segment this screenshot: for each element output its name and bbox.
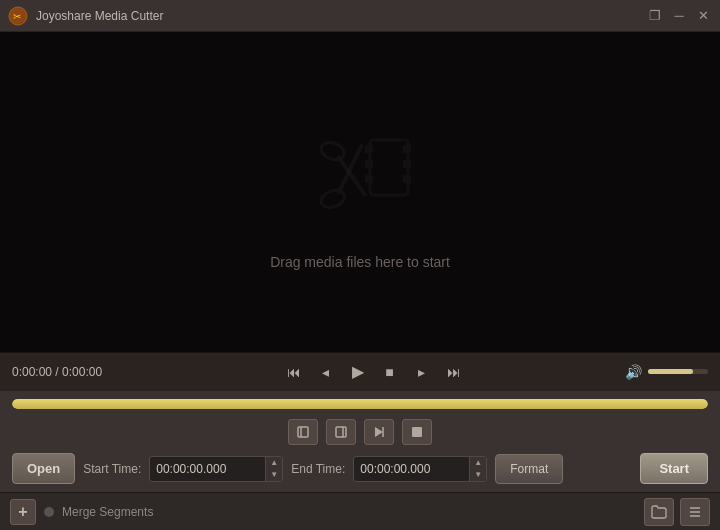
- start-time-input-wrap: ▲ ▼: [149, 456, 283, 482]
- video-area[interactable]: Drag media files here to start: [0, 32, 720, 352]
- timeline-area: [0, 390, 720, 413]
- end-time-label: End Time:: [291, 462, 345, 476]
- start-time-input[interactable]: [150, 457, 265, 481]
- stop-button[interactable]: ■: [376, 360, 404, 384]
- add-segment-button[interactable]: +: [10, 499, 36, 525]
- controls-area: Open Start Time: ▲ ▼ End Time: ▲ ▼ Forma…: [0, 413, 720, 492]
- time-display: 0:00:00 / 0:00:00: [12, 365, 122, 379]
- format-button[interactable]: Format: [495, 454, 563, 484]
- svg-rect-13: [298, 427, 308, 437]
- svg-point-2: [319, 187, 347, 210]
- start-time-spinners: ▲ ▼: [265, 457, 282, 481]
- start-time-up[interactable]: ▲: [266, 457, 282, 469]
- close-button[interactable]: ✕: [694, 7, 712, 25]
- open-button[interactable]: Open: [12, 453, 75, 484]
- segment-out-button[interactable]: [326, 419, 356, 445]
- start-button[interactable]: Start: [640, 453, 708, 484]
- svg-rect-7: [365, 145, 373, 153]
- volume-bar[interactable]: [648, 369, 708, 374]
- svg-rect-9: [365, 175, 373, 183]
- scissors-icon: [300, 115, 420, 238]
- start-time-label: Start Time:: [83, 462, 141, 476]
- svg-marker-17: [375, 427, 383, 437]
- folder-button[interactable]: [644, 498, 674, 526]
- svg-point-4: [319, 139, 347, 162]
- window-controls: ❐ ─ ✕: [646, 7, 712, 25]
- main-content: Drag media files here to start 0:00:00 /…: [0, 32, 720, 530]
- app-logo: ✂: [8, 6, 28, 26]
- skip-forward-button[interactable]: ⏭: [440, 360, 468, 384]
- step-forward-button[interactable]: ▸: [408, 360, 436, 384]
- bottom-right-buttons: [644, 498, 710, 526]
- drag-text: Drag media files here to start: [270, 254, 450, 270]
- skip-back-button[interactable]: ⏮: [280, 360, 308, 384]
- end-time-up[interactable]: ▲: [470, 457, 486, 469]
- merge-label: Merge Segments: [62, 505, 636, 519]
- svg-text:✂: ✂: [13, 11, 21, 22]
- restore-button[interactable]: ❐: [646, 7, 664, 25]
- play-button[interactable]: ▶: [344, 360, 372, 384]
- video-placeholder: Drag media files here to start: [270, 115, 450, 270]
- minimize-button[interactable]: ─: [670, 7, 688, 25]
- segment-play-button[interactable]: [364, 419, 394, 445]
- svg-rect-6: [370, 140, 408, 195]
- segment-controls: [12, 419, 708, 445]
- svg-rect-15: [336, 427, 346, 437]
- transport-bar: 0:00:00 / 0:00:00 ⏮ ◂ ▶ ■ ▸ ⏭ 🔊: [0, 352, 720, 390]
- end-time-down[interactable]: ▼: [470, 469, 486, 481]
- svg-rect-19: [412, 427, 422, 437]
- list-button[interactable]: [680, 498, 710, 526]
- svg-rect-8: [365, 160, 373, 168]
- bottom-bar: + Merge Segments: [0, 492, 720, 530]
- start-time-down[interactable]: ▼: [266, 469, 282, 481]
- volume-area: 🔊: [625, 364, 708, 380]
- timeline-fill: [12, 399, 708, 409]
- app-title: Joyoshare Media Cutter: [36, 9, 646, 23]
- segment-in-button[interactable]: [288, 419, 318, 445]
- end-time-input[interactable]: [354, 457, 469, 481]
- titlebar: ✂ Joyoshare Media Cutter ❐ ─ ✕: [0, 0, 720, 32]
- transport-controls: ⏮ ◂ ▶ ■ ▸ ⏭: [130, 360, 617, 384]
- merge-dot: [44, 507, 54, 517]
- volume-icon: 🔊: [625, 364, 642, 380]
- end-time-input-wrap: ▲ ▼: [353, 456, 487, 482]
- end-time-spinners: ▲ ▼: [469, 457, 486, 481]
- timeline-track[interactable]: [12, 399, 708, 409]
- volume-fill: [648, 369, 693, 374]
- svg-rect-10: [403, 145, 411, 153]
- time-controls-row: Open Start Time: ▲ ▼ End Time: ▲ ▼ Forma…: [12, 453, 708, 484]
- svg-rect-12: [403, 175, 411, 183]
- svg-rect-11: [403, 160, 411, 168]
- segment-stop-button[interactable]: [402, 419, 432, 445]
- step-back-button[interactable]: ◂: [312, 360, 340, 384]
